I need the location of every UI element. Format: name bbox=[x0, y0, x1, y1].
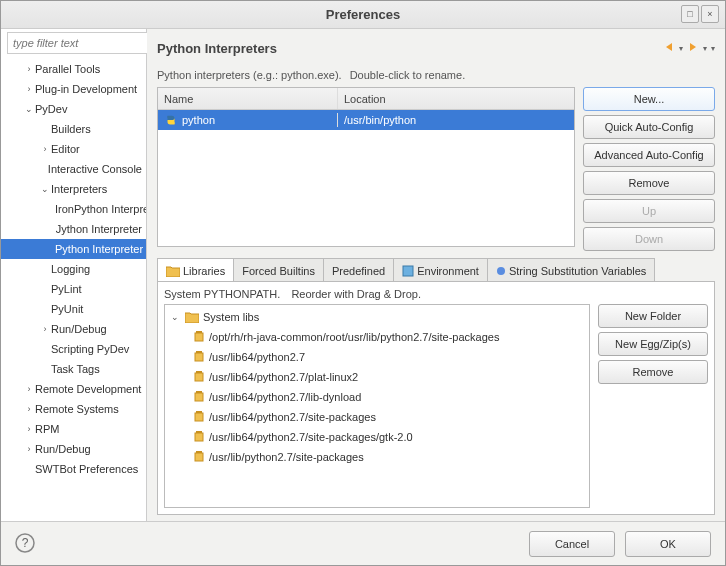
tree-item[interactable]: ›Parallel Tools bbox=[1, 59, 146, 79]
tree-item-label: SWTBot Preferences bbox=[35, 463, 138, 475]
down-button[interactable]: Down bbox=[583, 227, 715, 251]
tree-item-label: PyDev bbox=[35, 103, 67, 115]
svg-rect-11 bbox=[196, 411, 202, 413]
pythonpath-root-label: System libs bbox=[203, 311, 259, 323]
remove-interpreter-button[interactable]: Remove bbox=[583, 171, 715, 195]
jar-icon bbox=[193, 351, 205, 363]
pythonpath-item[interactable]: /usr/lib64/python2.7/lib-dynload bbox=[165, 387, 589, 407]
new-egg-button[interactable]: New Egg/Zip(s) bbox=[598, 332, 708, 356]
window-close-button[interactable]: × bbox=[701, 5, 719, 23]
interpreter-row[interactable]: python /usr/bin/python bbox=[158, 110, 574, 130]
tree-item[interactable]: IronPython Interpreter bbox=[1, 199, 146, 219]
tree-item[interactable]: Scripting PyDev bbox=[1, 339, 146, 359]
expand-arrow-icon[interactable]: › bbox=[23, 64, 35, 74]
ok-button[interactable]: OK bbox=[625, 531, 711, 557]
preferences-tree[interactable]: ›Parallel Tools›Plug-in Development⌄PyDe… bbox=[1, 57, 146, 521]
tree-item[interactable]: Interactive Console bbox=[1, 159, 146, 179]
advanced-autoconfig-button[interactable]: Advanced Auto-Config bbox=[583, 143, 715, 167]
pythonpath-item-label: /usr/lib64/python2.7/plat-linux2 bbox=[209, 371, 358, 383]
tree-item[interactable]: ⌄PyDev bbox=[1, 99, 146, 119]
svg-rect-5 bbox=[196, 351, 202, 353]
tree-item-label: Python Interpreter bbox=[55, 243, 143, 255]
tree-item[interactable]: ›RPM bbox=[1, 419, 146, 439]
tree-item[interactable]: ⌄Interpreters bbox=[1, 179, 146, 199]
expand-arrow-icon[interactable]: › bbox=[39, 324, 51, 334]
cancel-button[interactable]: Cancel bbox=[529, 531, 615, 557]
preferences-page: Python Interpreters ▾ ▾ ▾ Python interpr… bbox=[147, 29, 725, 521]
tree-item-label: Interpreters bbox=[51, 183, 107, 195]
tree-item[interactable]: ›Remote Development bbox=[1, 379, 146, 399]
tree-item[interactable]: SWTBot Preferences bbox=[1, 459, 146, 479]
pythonpath-label: System PYTHONPATH. bbox=[164, 288, 280, 300]
tree-item-label: Logging bbox=[51, 263, 90, 275]
tree-item[interactable]: ›Editor bbox=[1, 139, 146, 159]
pythonpath-tree[interactable]: ⌄System libs/opt/rh/rh-java-common/root/… bbox=[164, 304, 590, 508]
col-header-location[interactable]: Location bbox=[338, 88, 574, 109]
tree-item-label: Remote Development bbox=[35, 383, 141, 395]
quick-autoconfig-button[interactable]: Quick Auto-Config bbox=[583, 115, 715, 139]
expand-arrow-icon[interactable]: › bbox=[23, 384, 35, 394]
up-button[interactable]: Up bbox=[583, 199, 715, 223]
tab-libraries[interactable]: Libraries bbox=[157, 258, 234, 282]
tree-item[interactable]: ›Run/Debug bbox=[1, 319, 146, 339]
tree-item[interactable]: ›Remote Systems bbox=[1, 399, 146, 419]
svg-rect-6 bbox=[195, 373, 203, 381]
page-menu[interactable]: ▾ bbox=[711, 44, 715, 53]
tree-item[interactable]: Jython Interpreter bbox=[1, 219, 146, 239]
svg-rect-2 bbox=[195, 333, 203, 341]
pythonpath-item[interactable]: /usr/lib64/python2.7/site-packages/gtk-2… bbox=[165, 427, 589, 447]
new-folder-button[interactable]: New Folder bbox=[598, 304, 708, 328]
expand-arrow-icon[interactable]: › bbox=[23, 84, 35, 94]
footer: ? Cancel OK bbox=[1, 521, 725, 565]
svg-rect-9 bbox=[196, 391, 202, 393]
tree-item[interactable]: Task Tags bbox=[1, 359, 146, 379]
pythonpath-root[interactable]: ⌄System libs bbox=[165, 307, 589, 327]
svg-rect-12 bbox=[195, 433, 203, 441]
tree-item[interactable]: Python Interpreter bbox=[1, 239, 146, 259]
pythonpath-item-label: /usr/lib/python2.7/site-packages bbox=[209, 451, 364, 463]
new-button[interactable]: New... bbox=[583, 87, 715, 111]
tree-item-label: RPM bbox=[35, 423, 59, 435]
filter-input[interactable] bbox=[7, 32, 158, 54]
expand-arrow-icon[interactable]: ⌄ bbox=[39, 184, 51, 194]
svg-rect-13 bbox=[196, 431, 202, 433]
window-title: Preferences bbox=[326, 7, 400, 22]
back-arrow-menu[interactable]: ▾ bbox=[679, 44, 683, 53]
tree-item[interactable]: Logging bbox=[1, 259, 146, 279]
tree-item[interactable]: ›Plug-in Development bbox=[1, 79, 146, 99]
tab-environment[interactable]: Environment bbox=[393, 258, 488, 282]
expand-arrow-icon[interactable]: ⌄ bbox=[23, 104, 35, 114]
pythonpath-item[interactable]: /opt/rh/rh-java-common/root/usr/lib/pyth… bbox=[165, 327, 589, 347]
jar-icon bbox=[193, 391, 205, 403]
pythonpath-item[interactable]: /usr/lib/python2.7/site-packages bbox=[165, 447, 589, 467]
svg-rect-15 bbox=[196, 451, 202, 453]
expand-arrow-icon[interactable]: › bbox=[23, 444, 35, 454]
pythonpath-item[interactable]: /usr/lib64/python2.7 bbox=[165, 347, 589, 367]
interpreters-table[interactable]: Name Location python /usr/bin/python bbox=[157, 87, 575, 247]
col-header-name[interactable]: Name bbox=[158, 88, 338, 109]
tab-predefined[interactable]: Predefined bbox=[323, 258, 394, 282]
tree-item[interactable]: PyLint bbox=[1, 279, 146, 299]
sidebar: ›Parallel Tools›Plug-in Development⌄PyDe… bbox=[1, 29, 147, 521]
jar-icon bbox=[193, 411, 205, 423]
expand-arrow-icon[interactable]: › bbox=[23, 424, 35, 434]
tree-item[interactable]: PyUnit bbox=[1, 299, 146, 319]
tree-item-label: Editor bbox=[51, 143, 80, 155]
jar-icon bbox=[193, 371, 205, 383]
tree-item[interactable]: Builders bbox=[1, 119, 146, 139]
tab-forced-builtins[interactable]: Forced Builtins bbox=[233, 258, 324, 282]
pythonpath-item[interactable]: /usr/lib64/python2.7/site-packages bbox=[165, 407, 589, 427]
help-icon[interactable]: ? bbox=[15, 533, 35, 555]
fwd-arrow-menu[interactable]: ▾ bbox=[703, 44, 707, 53]
tree-item[interactable]: ›Run/Debug bbox=[1, 439, 146, 459]
fwd-arrow-icon[interactable] bbox=[687, 41, 699, 55]
back-arrow-icon[interactable] bbox=[663, 41, 675, 55]
expand-arrow-icon[interactable]: › bbox=[23, 404, 35, 414]
remove-path-button[interactable]: Remove bbox=[598, 360, 708, 384]
pythonpath-item[interactable]: /usr/lib64/python2.7/plat-linux2 bbox=[165, 367, 589, 387]
tab-string-sub[interactable]: String Substitution Variables bbox=[487, 258, 655, 282]
folder-icon bbox=[166, 265, 180, 277]
expand-arrow-icon[interactable]: › bbox=[39, 144, 51, 154]
hint-text: Python interpreters (e.g.: python.exe). bbox=[157, 69, 342, 81]
window-maximize-button[interactable]: □ bbox=[681, 5, 699, 23]
